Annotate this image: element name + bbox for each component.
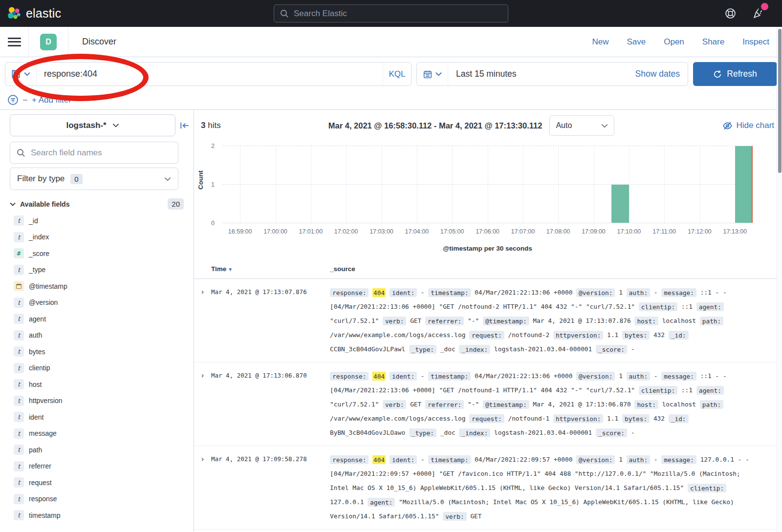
scrollbar-thumb[interactable] xyxy=(778,29,782,173)
refresh-button[interactable]: Refresh xyxy=(693,62,777,86)
chart-plot-area[interactable] xyxy=(222,146,753,223)
x-tick-label: 17:09:00 xyxy=(582,228,606,235)
elastic-logo-icon xyxy=(7,6,22,21)
field-name-badge: timestamp: xyxy=(428,372,471,381)
x-tick-label: 17:04:00 xyxy=(405,228,429,235)
date-type-icon xyxy=(14,281,24,291)
filter-by-type-count: 0 xyxy=(70,174,82,184)
field-name-badge: clientip: xyxy=(639,386,677,395)
saved-query-button[interactable] xyxy=(5,63,37,85)
page-title: Discover xyxy=(82,37,116,47)
field-item-response[interactable]: tresponse xyxy=(14,491,194,508)
filter-icon[interactable] xyxy=(7,94,19,106)
field-item-index[interactable]: t_index xyxy=(14,229,194,246)
field-name-badge: timestamp: xyxy=(428,288,471,297)
field-item-path[interactable]: tpath xyxy=(14,442,194,458)
interval-value: Auto xyxy=(556,121,572,130)
field-search-input[interactable]: Search field names xyxy=(10,142,178,164)
gridline-vertical xyxy=(417,146,417,223)
expand-row-icon[interactable]: › xyxy=(194,452,211,523)
histogram-bar[interactable] xyxy=(611,185,629,223)
text-type-icon: t xyxy=(14,510,24,520)
field-item-score[interactable]: #_score xyxy=(14,245,194,262)
field-item-ident[interactable]: tident xyxy=(14,409,194,426)
field-item-clientip[interactable]: tclientip xyxy=(14,360,194,377)
collapse-sidebar-icon[interactable] xyxy=(180,122,190,129)
field-item-timestamp[interactable]: ttimestamp xyxy=(14,507,194,524)
elastic-brand[interactable]: elastic xyxy=(0,6,61,21)
x-tick-label: 17:03:00 xyxy=(369,228,393,235)
help-icon[interactable] xyxy=(724,7,737,20)
divider-dash xyxy=(23,100,27,101)
hits-count: 3 hits xyxy=(201,121,221,130)
page-scrollbar[interactable] xyxy=(777,27,782,532)
global-search-placeholder: Search Elastic xyxy=(294,9,347,19)
document-row: ›Mar 4, 2021 @ 17:09:58.278response: 404… xyxy=(194,446,782,530)
interval-select[interactable]: Auto xyxy=(549,115,614,136)
chart-time-range: Mar 4, 2021 @ 16:58:30.112 - Mar 4, 2021… xyxy=(328,121,543,130)
text-type-icon: t xyxy=(14,265,24,275)
row-source: response: 404 ident: - timestamp: 04/Mar… xyxy=(330,452,782,523)
field-name: agent xyxy=(29,315,46,323)
field-name-badge: path: xyxy=(700,400,724,409)
action-new[interactable]: New xyxy=(592,37,608,47)
document-row: ›Mar 4, 2021 @ 17:13:06.870response: 404… xyxy=(194,362,782,446)
gridline-vertical xyxy=(382,146,382,223)
menu-icon[interactable] xyxy=(0,35,28,48)
field-item-agent[interactable]: tagent xyxy=(14,311,194,327)
newsfeed-button[interactable] xyxy=(752,7,764,20)
query-language-button[interactable]: KQL xyxy=(383,63,411,85)
field-name-badge: request: xyxy=(469,414,504,423)
x-axis-ticks: 16:59:0017:00:0017:01:0017:02:0017:03:00… xyxy=(222,228,753,238)
field-name-badge: agent: xyxy=(368,498,395,507)
field-name-badge: clientip: xyxy=(688,484,726,492)
histogram-bar[interactable] xyxy=(735,146,753,223)
field-list: t_idt_index#_scoret_type@timestampt@vers… xyxy=(0,213,194,524)
field-item-id[interactable]: t_id xyxy=(14,213,194,229)
expand-row-icon[interactable]: › xyxy=(194,285,211,356)
x-tick-label: 17:07:00 xyxy=(511,228,535,235)
date-quick-select-button[interactable] xyxy=(417,63,448,85)
field-name-badge: @version: xyxy=(576,372,615,381)
add-filter-button[interactable]: + Add filter xyxy=(32,95,71,105)
field-item-httpversion[interactable]: thttpversion xyxy=(14,393,194,409)
filter-by-type-select[interactable]: Filter by type 0 xyxy=(10,168,178,190)
x-tick-label: 17:06:00 xyxy=(476,228,500,235)
show-dates-button[interactable]: Show dates xyxy=(635,69,688,79)
field-name-badge: _index: xyxy=(459,428,490,437)
field-item-version[interactable]: t@version xyxy=(14,295,194,311)
field-item-auth[interactable]: tauth xyxy=(14,327,194,344)
field-name-badge: path: xyxy=(700,317,724,325)
available-fields-header[interactable]: Available fields 20 xyxy=(10,198,184,210)
field-item-message[interactable]: tmessage xyxy=(14,426,194,442)
field-name: timestamp xyxy=(29,511,61,519)
action-open[interactable]: Open xyxy=(664,37,684,47)
x-tick-label: 17:13:00 xyxy=(723,228,747,235)
action-inspect[interactable]: Inspect xyxy=(742,37,769,47)
row-source: response: 404 ident: - timestamp: 04/Mar… xyxy=(330,369,782,440)
hide-chart-button[interactable]: Hide chart xyxy=(722,121,774,131)
field-name-badge: ident: xyxy=(390,455,417,464)
time-range-value[interactable]: Last 15 minutes xyxy=(448,69,635,79)
field-name-badge: auth: xyxy=(627,288,651,297)
index-pattern-select[interactable]: logstash-* xyxy=(10,114,175,136)
field-item-host[interactable]: thost xyxy=(14,376,194,393)
discover-app-icon[interactable]: D xyxy=(40,34,57,50)
field-item-bytes[interactable]: tbytes xyxy=(14,343,194,360)
query-input[interactable]: response:404 KQL xyxy=(5,62,412,86)
x-tick-label: 17:12:00 xyxy=(688,228,712,235)
field-item-request[interactable]: trequest xyxy=(14,474,194,491)
action-save[interactable]: Save xyxy=(627,37,646,47)
expand-row-icon[interactable]: › xyxy=(194,369,211,440)
field-item-referrer[interactable]: treferrer xyxy=(14,458,194,475)
field-name-badge: ident: xyxy=(390,288,417,297)
field-item-timestamp[interactable]: @timestamp xyxy=(14,278,194,295)
x-tick-label: 17:10:00 xyxy=(617,228,641,235)
global-search-input[interactable]: Search Elastic xyxy=(274,4,508,22)
chevron-down-icon xyxy=(601,124,608,128)
query-text[interactable]: response:404 xyxy=(37,69,383,79)
action-share[interactable]: Share xyxy=(702,37,724,47)
field-name-badge: message: xyxy=(661,372,696,381)
column-header-time[interactable]: Time▼ xyxy=(211,265,330,273)
field-item-type[interactable]: t_type xyxy=(14,262,194,278)
